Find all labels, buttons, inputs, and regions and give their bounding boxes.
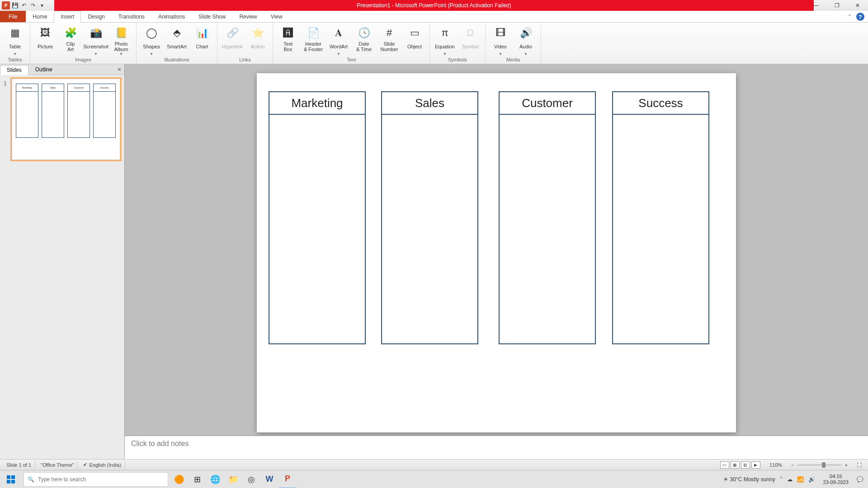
column-shape-marketing[interactable]: Marketing xyxy=(269,91,366,344)
ribbon-equation[interactable]: πEquation▼ xyxy=(433,23,457,56)
minimize-button[interactable]: — xyxy=(806,0,826,11)
svg-rect-2 xyxy=(7,480,10,483)
tray-wifi-icon[interactable]: 📶 xyxy=(797,476,804,483)
ribbon-photo-album[interactable]: 📒Photo Album▼ xyxy=(109,23,133,56)
column-header-sales[interactable]: Sales xyxy=(382,92,477,115)
tab-design[interactable]: Design xyxy=(81,11,111,22)
taskbar-app-circle[interactable]: 🟠 xyxy=(170,470,188,488)
slide-thumbnail-1[interactable]: MarketingSalesCustomerSuccess xyxy=(12,79,120,160)
shapes-dropdown-icon: ▼ xyxy=(150,52,153,56)
redo-button[interactable]: ↷ xyxy=(29,1,37,9)
zoom-slider[interactable]: − + xyxy=(788,461,851,469)
ribbon-wordart[interactable]: 𝐀WordArt▼ xyxy=(326,23,351,56)
object-icon: ▭ xyxy=(407,26,422,40)
tab-insert[interactable]: Insert xyxy=(54,11,81,23)
help-icon[interactable]: ? xyxy=(856,13,864,21)
tab-home[interactable]: Home xyxy=(26,11,54,22)
notes-pane[interactable]: Click to add notes xyxy=(125,436,868,459)
view-sorter[interactable]: ▦ xyxy=(731,461,740,469)
ribbon-textbox[interactable]: 🅰Text Box xyxy=(276,23,300,52)
slide-canvas-area[interactable]: MarketingSalesCustomerSuccess xyxy=(125,64,868,436)
slide-panel-close[interactable]: ✕ xyxy=(117,66,122,73)
zoom-out-icon[interactable]: − xyxy=(791,462,794,468)
ribbon-smartart[interactable]: ⬘SmartArt xyxy=(165,23,189,52)
ribbon-minimize-icon[interactable]: ˄ xyxy=(845,13,854,21)
qat-customize[interactable]: ▾ xyxy=(38,1,46,9)
taskbar-powerpoint[interactable]: P xyxy=(278,470,297,488)
task-view-icon[interactable]: ⊞ xyxy=(188,470,206,488)
photo-album-label: Photo Album xyxy=(114,41,128,52)
quick-access-toolbar: P 💾 ↶ ↷ ▾ xyxy=(0,1,48,9)
wordart-label: WordArt xyxy=(330,41,348,52)
equation-label: Equation xyxy=(435,41,454,52)
tray-volume-icon[interactable]: 🔊 xyxy=(808,476,815,483)
ribbon-shapes[interactable]: ◯Shapes▼ xyxy=(139,23,164,56)
textbox-icon: 🅰 xyxy=(281,26,295,40)
window-title: Presentation1 - Microsoft PowerPoint (Pr… xyxy=(54,0,814,11)
tab-transitions[interactable]: Transitions xyxy=(112,11,151,22)
taskbar-edge[interactable]: 🌐 xyxy=(206,470,224,488)
zoom-in-icon[interactable]: + xyxy=(845,462,848,468)
zoom-level[interactable]: 110% xyxy=(766,461,786,469)
table-icon: ▦ xyxy=(8,26,22,40)
tab-slide-show[interactable]: Slide Show xyxy=(192,11,232,22)
column-header-marketing[interactable]: Marketing xyxy=(269,92,365,115)
tray-chevron-icon[interactable]: ˄ xyxy=(780,476,783,483)
taskbar-explorer[interactable]: 📁 xyxy=(224,470,242,488)
tab-animations[interactable]: Animations xyxy=(151,11,192,22)
column-shape-success[interactable]: Success xyxy=(612,91,709,344)
slide[interactable]: MarketingSalesCustomerSuccess xyxy=(257,73,736,432)
status-language[interactable]: ✔ English (India) xyxy=(80,461,125,469)
tab-review[interactable]: Review xyxy=(232,11,264,22)
maximize-button[interactable]: ❐ xyxy=(826,0,847,11)
slide-thumbnails[interactable]: 1 MarketingSalesCustomerSuccess xyxy=(0,75,124,459)
picture-icon: 🖼 xyxy=(38,26,52,40)
tab-file[interactable]: File xyxy=(0,11,26,22)
view-normal[interactable]: ▭ xyxy=(720,461,729,469)
ribbon-clipart[interactable]: 🧩Clip Art xyxy=(58,23,83,52)
column-header-customer[interactable]: Customer xyxy=(500,92,595,115)
column-shape-customer[interactable]: Customer xyxy=(499,91,596,344)
start-button[interactable] xyxy=(0,470,22,488)
shapes-label: Shapes xyxy=(143,41,160,52)
clock-time: 04:15 xyxy=(823,474,849,479)
ribbon-audio[interactable]: 🔊Audio▼ xyxy=(514,23,538,56)
taskbar-clock[interactable]: 04:15 23-09-2023 xyxy=(820,474,852,485)
video-icon: 🎞 xyxy=(493,26,508,40)
ribbon-screenshot[interactable]: 📸Screenshot▼ xyxy=(84,23,108,56)
svg-rect-0 xyxy=(7,475,10,479)
wordart-icon: 𝐀 xyxy=(331,26,346,40)
undo-button[interactable]: ↶ xyxy=(20,1,28,9)
tab-view[interactable]: View xyxy=(264,11,289,22)
ribbon-table[interactable]: ▦Table▼ xyxy=(3,23,27,56)
ribbon-object[interactable]: ▭Object xyxy=(402,23,427,52)
slide-panel-tab-outline[interactable]: Outline xyxy=(28,65,59,75)
ribbon-picture[interactable]: 🖼Picture xyxy=(33,23,57,52)
fit-to-window[interactable]: ⛶ xyxy=(853,461,865,469)
tray-onedrive-icon[interactable]: ☁ xyxy=(787,476,793,483)
weather-widget[interactable]: ☀ 30°C Mostly sunny xyxy=(723,476,775,483)
photo-album-dropdown-icon: ▼ xyxy=(119,52,123,56)
column-header-success[interactable]: Success xyxy=(613,92,708,115)
taskbar-chrome[interactable]: ◎ xyxy=(242,470,260,488)
tray-notifications-icon[interactable]: 💬 xyxy=(857,476,863,483)
column-shape-sales[interactable]: Sales xyxy=(381,91,478,344)
view-slideshow[interactable]: ▶ xyxy=(751,461,760,469)
zoom-track[interactable] xyxy=(797,464,842,466)
ribbon-date-time[interactable]: 🕓Date & Time xyxy=(352,23,376,52)
close-button[interactable]: ✕ xyxy=(847,0,868,11)
taskbar-word[interactable]: W xyxy=(260,470,278,488)
save-button[interactable]: 💾 xyxy=(11,1,19,9)
slide-panel-tabs: SlidesOutline✕ xyxy=(0,64,124,75)
ribbon-video[interactable]: 🎞Video▼ xyxy=(488,23,513,56)
group-label-media: Media xyxy=(488,56,538,64)
table-label: Table xyxy=(9,41,21,52)
taskbar-search[interactable]: 🔍 Type here to search xyxy=(24,472,168,487)
slide-panel-tab-slides[interactable]: Slides xyxy=(0,65,28,75)
view-reading[interactable]: ▥ xyxy=(741,461,750,469)
ribbon-slide-number[interactable]: #Slide Number xyxy=(377,23,401,52)
ribbon-action: ⭐Action xyxy=(245,23,270,52)
ribbon-chart[interactable]: 📊Chart xyxy=(190,23,214,52)
ribbon-header-footer[interactable]: 📄Header & Footer xyxy=(301,23,326,52)
equation-icon: π xyxy=(438,26,452,40)
